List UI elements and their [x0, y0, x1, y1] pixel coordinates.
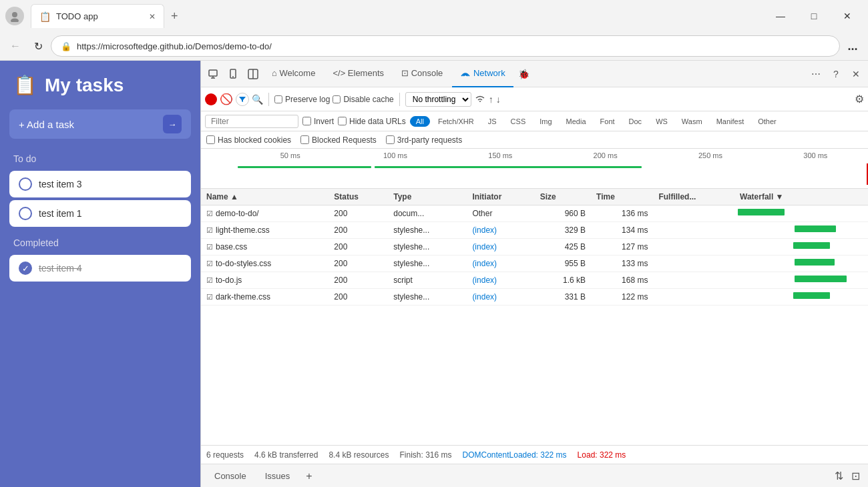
table-row[interactable]: ☑dark-theme.css 200 styleshe... (index) … — [201, 289, 868, 306]
upload-icon[interactable]: ↑ — [489, 94, 493, 105]
col-type[interactable]: Type — [388, 189, 467, 205]
filter-pill-wasm[interactable]: Wasm — [676, 116, 708, 127]
completed-todo-item[interactable]: ✓ test item 4 — [9, 255, 191, 282]
add-task-label: + Add a task — [19, 119, 158, 130]
devtools-toggle-icon[interactable] — [244, 65, 262, 83]
filter-button[interactable] — [236, 93, 249, 106]
filter-pill-ws[interactable]: WS — [650, 116, 674, 127]
filter-pills: All Fetch/XHR JS CSS Img Media Font Doc … — [410, 116, 783, 127]
filter-pill-other[interactable]: Other — [752, 116, 783, 127]
devtools-tab-console[interactable]: ⊡ Console — [393, 61, 451, 87]
blocked-requests-checkbox[interactable]: Blocked Requests — [300, 135, 377, 145]
close-button[interactable]: ✕ — [832, 5, 863, 27]
table-row[interactable]: ☑to-do.js 200 script (index) 1.6 kB 168 … — [201, 272, 868, 289]
network-settings-icon[interactable]: ⚙ — [855, 93, 864, 105]
devtools-inspect-icon[interactable] — [204, 65, 222, 83]
filter-pill-manifest[interactable]: Manifest — [710, 116, 750, 127]
filter-pill-css[interactable]: CSS — [505, 116, 532, 127]
hide-data-urls-label: Hide data URLs — [349, 117, 406, 126]
devtools-device-icon[interactable] — [224, 65, 242, 83]
third-party-checkbox[interactable]: 3rd-party requests — [386, 135, 462, 145]
active-tab[interactable]: 📋 TODO app ✕ — [31, 4, 164, 28]
dock-icon[interactable]: ⊡ — [849, 467, 863, 485]
bottom-tab-console[interactable]: Console — [206, 468, 254, 484]
waterfall-bar — [793, 242, 830, 249]
col-status[interactable]: Status — [329, 189, 388, 205]
todo-checkbox[interactable] — [19, 177, 32, 191]
address-bar[interactable]: 🔒 https://microsoftedge.github.io/Demos/… — [51, 35, 840, 57]
minimize-button[interactable]: — — [765, 5, 796, 27]
disable-cache-checkbox[interactable]: Disable cache — [333, 95, 393, 104]
add-task-arrow-icon: → — [163, 115, 182, 133]
filter-pill-img[interactable]: Img — [533, 116, 558, 127]
tab-close-button[interactable]: ✕ — [149, 12, 156, 21]
devtools-tab-welcome[interactable]: ⌂ Welcome — [264, 61, 323, 87]
preserve-log-input[interactable] — [274, 95, 282, 103]
lock-icon: 🔒 — [61, 41, 71, 51]
network-tab-label: Network — [473, 68, 505, 78]
hide-data-urls-checkbox[interactable]: Hide data URLs — [338, 117, 406, 126]
filter-pill-js[interactable]: JS — [482, 116, 503, 127]
todo-item[interactable]: test item 1 — [9, 200, 191, 227]
todo-checkbox[interactable] — [19, 207, 32, 220]
cell-waterfall — [734, 222, 868, 239]
devtools-help-button[interactable]: ? — [827, 65, 845, 83]
more-options-button[interactable]: ... — [843, 36, 863, 56]
cell-size: 331 B — [535, 289, 591, 306]
back-button[interactable]: ← — [5, 36, 25, 56]
col-name[interactable]: Name ▲ — [201, 189, 329, 205]
filter-pill-font[interactable]: Font — [594, 116, 621, 127]
requests-count: 6 requests — [206, 450, 244, 460]
filter-pill-media[interactable]: Media — [560, 116, 592, 127]
download-icon[interactable]: ↓ — [496, 94, 501, 105]
table-row[interactable]: ☑demo-to-do/ 200 docum... Other 960 B 13… — [201, 205, 868, 222]
has-blocked-cookies-checkbox[interactable]: Has blocked cookies — [206, 135, 291, 145]
bottom-add-button[interactable]: + — [300, 468, 317, 485]
bottom-tab-issues[interactable]: Issues — [257, 468, 298, 484]
wifi-icon[interactable] — [474, 93, 486, 105]
record-button[interactable] — [205, 93, 217, 105]
devtools-more-button[interactable]: ⋯ — [807, 65, 825, 83]
new-tab-button[interactable]: + — [164, 5, 185, 27]
col-time[interactable]: Time — [591, 189, 653, 205]
disable-cache-input[interactable] — [333, 95, 341, 103]
undock-icon[interactable]: ⇅ — [832, 467, 846, 485]
filter-input[interactable] — [205, 115, 298, 128]
col-size[interactable]: Size — [535, 189, 591, 205]
timeline-bar[interactable]: 50 ms 100 ms 150 ms 200 ms 250 ms 300 ms — [201, 149, 868, 189]
preserve-log-checkbox[interactable]: Preserve log — [274, 95, 330, 104]
tab-favicon: 📋 — [39, 11, 51, 22]
refresh-button[interactable]: ↻ — [28, 36, 48, 56]
throttle-select[interactable]: No throttling Fast 3G Slow 3G Offline — [405, 92, 471, 107]
devtools-tab-network[interactable]: Network — [452, 61, 513, 87]
third-party-label: 3rd-party requests — [397, 135, 462, 145]
filter-pill-doc[interactable]: Doc — [623, 116, 648, 127]
clear-button[interactable]: 🚫 — [220, 93, 233, 105]
nav-bar: ← ↻ 🔒 https://microsoftedge.github.io/De… — [0, 32, 868, 60]
col-initiator[interactable]: Initiator — [467, 189, 534, 205]
maximize-button[interactable]: □ — [799, 5, 829, 27]
devtools-close-button[interactable]: ✕ — [847, 65, 865, 83]
table-row[interactable]: ☑to-do-styles.css 200 styleshe... (index… — [201, 256, 868, 272]
add-task-bar[interactable]: + Add a task → — [9, 109, 191, 139]
invert-checkbox[interactable]: Invert — [302, 117, 334, 126]
devtools-tab-debug[interactable]: 🐞 — [515, 65, 533, 83]
console-icon: ⊡ — [401, 68, 409, 78]
completed-checkbox[interactable]: ✓ — [19, 262, 32, 275]
search-button[interactable]: 🔍 — [252, 94, 263, 105]
profile-icon[interactable] — [5, 7, 24, 25]
timeline-overview — [238, 163, 868, 183]
title-bar: 📋 TODO app ✕ + — □ ✕ — [0, 0, 868, 32]
col-fulfilled[interactable]: Fulfilled... — [653, 189, 734, 205]
devtools-tab-elements[interactable]: </> Elements — [324, 61, 392, 87]
filter-pill-fetch[interactable]: Fetch/XHR — [432, 116, 480, 127]
table-row[interactable]: ☑base.css 200 styleshe... (index) 425 B … — [201, 239, 868, 256]
timeline-labels: 50 ms 100 ms 150 ms 200 ms 250 ms 300 ms — [201, 151, 868, 159]
todo-item[interactable]: test item 3 — [9, 171, 191, 197]
svg-point-6 — [232, 76, 234, 77]
cell-status: 200 — [329, 205, 388, 222]
filter-pill-all[interactable]: All — [410, 116, 430, 127]
blocked-requests-label: Blocked Requests — [312, 135, 377, 145]
col-waterfall[interactable]: Waterfall ▼ — [734, 189, 868, 205]
table-row[interactable]: ☑light-theme.css 200 styleshe... (index)… — [201, 222, 868, 239]
